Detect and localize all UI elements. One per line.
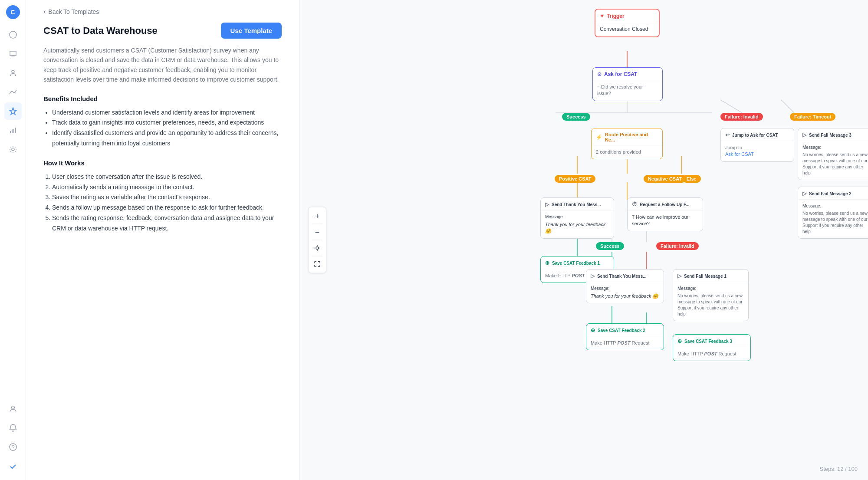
sidebar-icon-settings[interactable] xyxy=(4,141,22,158)
right-panel: + − xyxy=(299,0,868,480)
request-follow-up-icon2: T xyxy=(632,215,635,220)
steps-list: User closes the conversation after the i… xyxy=(43,172,282,234)
send-thank-you-1-header: ▷ Send Thank You Mess... xyxy=(541,198,614,210)
send-fail-2-icon: ▷ xyxy=(802,191,806,197)
send-fail-1-header: ▷ Send Fail Message 1 xyxy=(673,270,748,282)
sidebar-icon-bell[interactable] xyxy=(4,419,22,437)
send-fail-3-icon: ▷ xyxy=(802,132,806,138)
sidebar-icon-help[interactable]: ? xyxy=(4,438,22,456)
step-item: User closes the conversation after the i… xyxy=(52,172,282,182)
sidebar-icon-check[interactable] xyxy=(4,457,22,475)
benefit-item: Identify dissatisfied customers and prov… xyxy=(52,128,282,149)
svg-point-9 xyxy=(316,247,319,250)
send-fail-3-header: ▷ Send Fail Message 3 xyxy=(798,128,868,141)
request-follow-up-node[interactable]: ⏱ Request a Follow Up F... T How can we … xyxy=(627,197,703,231)
route-node[interactable]: ⚡ Route Positive and Ne... 2 conditions … xyxy=(591,128,663,159)
jump-icon: ↩ xyxy=(725,132,730,138)
back-link-text: Back To Templates xyxy=(48,8,99,15)
ask-csat-node[interactable]: ⊙ Ask for CSAT ≡ Did we resolve your iss… xyxy=(592,67,663,101)
zoom-divider xyxy=(312,224,322,224)
save-csat-3-icon: ⊕ xyxy=(677,338,682,344)
zoom-in-button[interactable]: + xyxy=(310,209,324,223)
send-thank-you-1-body: Message: Thank you for your feedback 🤗 xyxy=(541,210,614,238)
flow-connections xyxy=(299,0,868,480)
save-csat-1-icon: ⊕ xyxy=(545,260,549,266)
ask-csat-body: ≡ Did we resolve your issue? xyxy=(593,80,662,101)
sidebar-icon-chat[interactable] xyxy=(4,45,22,62)
sidebar-icon-automation[interactable] xyxy=(4,102,22,120)
back-arrow-icon: ‹ xyxy=(43,8,46,16)
back-to-templates-link[interactable]: ‹ Back To Templates xyxy=(43,0,282,23)
send-fail-1-msg: No worries, please send us a new message… xyxy=(677,293,744,317)
save-csat-2-node[interactable]: ⊕ Save CSAT Feedback 2 Make HTTP POST Re… xyxy=(586,323,664,350)
trigger-header: ✦ Trigger xyxy=(595,10,659,22)
benefit-item: Understand customer satisfaction levels … xyxy=(52,108,282,118)
route-icon: ⚡ xyxy=(596,134,602,140)
ask-csat-question: Did we resolve your issue? xyxy=(597,84,643,96)
zoom-divider xyxy=(312,240,322,240)
save-csat-3-node[interactable]: ⊕ Save CSAT Feedback 3 Make HTTP POST Re… xyxy=(673,334,751,361)
route-header: ⚡ Route Positive and Ne... xyxy=(592,128,662,145)
send-thank-you-1-label: Send Thank You Mess... xyxy=(552,202,601,207)
page-title: CSAT to Data Warehouse xyxy=(43,25,158,36)
save-csat-3-body: Make HTTP POST Request xyxy=(673,347,750,361)
trigger-icon: ✦ xyxy=(600,13,604,19)
svg-line-13 xyxy=(720,100,742,113)
success-badge: Success xyxy=(562,113,590,121)
flow-canvas[interactable]: ✦ Trigger Conversation Closed ⊙ Ask for … xyxy=(299,0,868,480)
send-fail-2-header: ▷ Send Fail Message 2 xyxy=(798,187,868,200)
send-thank-you-1-node[interactable]: ▷ Send Thank You Mess... Message: Thank … xyxy=(540,197,614,239)
save-csat-1-label: Save CSAT Feedback 1 xyxy=(552,261,600,266)
jump-to-text: Jump to xyxy=(725,145,789,151)
sidebar-icon-signal[interactable] xyxy=(4,83,22,101)
request-icon: ⏱ xyxy=(632,201,637,207)
request-follow-up-label: Request a Follow Up F... xyxy=(640,202,689,207)
zoom-controls: + − xyxy=(308,207,326,273)
sidebar-icon-user[interactable] xyxy=(4,400,22,418)
send-fail-2-msg: No worries, please send us a new message… xyxy=(802,210,868,235)
svg-point-0 xyxy=(10,31,16,38)
send-icon-2: ▷ xyxy=(591,273,595,279)
jump-node[interactable]: ↩ Jump to Ask for CSAT Jump to Ask for C… xyxy=(720,128,794,162)
sidebar-icon-contacts[interactable] xyxy=(4,64,22,82)
send-thank-you-2-header: ▷ Send Thank You Mess... xyxy=(586,270,664,282)
svg-rect-2 xyxy=(10,131,11,133)
negative-csat-badge: Negative CSAT xyxy=(644,175,686,183)
svg-point-5 xyxy=(12,148,14,151)
send-fail-2-label: Send Fail Message 2 xyxy=(809,191,852,196)
send-fail-3-node[interactable]: ▷ Send Fail Message 3 Message: No worrie… xyxy=(798,128,868,180)
route-label: Route Positive and Ne... xyxy=(605,132,658,142)
svg-text:?: ? xyxy=(12,444,15,450)
steps-counter: Steps: 12 / 100 xyxy=(820,466,858,472)
jump-link[interactable]: Ask for CSAT xyxy=(725,151,789,158)
trigger-node[interactable]: ✦ Trigger Conversation Closed xyxy=(595,9,660,37)
request-follow-up-header: ⏱ Request a Follow Up F... xyxy=(628,198,703,210)
failure-timeout-badge: Failure: Timeout xyxy=(790,113,835,121)
send-fail-1-node[interactable]: ▷ Send Fail Message 1 Message: No worrie… xyxy=(673,269,749,321)
step-item: Sends a follow up message based on the r… xyxy=(52,203,282,213)
save-csat-2-icon: ⊕ xyxy=(591,327,595,333)
sidebar: C ? xyxy=(0,0,26,480)
sidebar-icon-analytics[interactable] xyxy=(4,122,22,139)
fullscreen-button[interactable] xyxy=(310,257,324,271)
trigger-body: Conversation Closed xyxy=(595,22,659,36)
jump-header: ↩ Jump to Ask for CSAT xyxy=(721,128,794,141)
trigger-label: Trigger xyxy=(607,13,625,19)
send-thank-you-2-label: Send Thank You Mess... xyxy=(597,274,647,279)
success-badge-2: Success xyxy=(596,242,624,250)
ask-csat-label: Ask for CSAT xyxy=(604,71,637,77)
send-fail-2-node[interactable]: ▷ Send Fail Message 2 Message: No worrie… xyxy=(798,187,868,239)
svg-rect-3 xyxy=(12,129,13,133)
sidebar-icon-dashboard[interactable] xyxy=(4,26,22,43)
benefit-item: Track data to gain insights into custome… xyxy=(52,118,282,128)
use-template-button[interactable]: Use Template xyxy=(221,23,282,39)
send-thank-you-2-node[interactable]: ▷ Send Thank You Mess... Message: Thank … xyxy=(586,269,664,303)
save-csat-3-header: ⊕ Save CSAT Feedback 3 xyxy=(673,335,750,347)
send-icon-1: ▷ xyxy=(545,201,549,207)
svg-point-1 xyxy=(12,70,14,73)
recenter-button[interactable] xyxy=(310,241,324,255)
zoom-divider xyxy=(312,256,322,256)
jump-body: Jump to Ask for CSAT xyxy=(721,141,794,161)
zoom-out-button[interactable]: − xyxy=(310,225,324,239)
avatar[interactable]: C xyxy=(6,5,20,19)
